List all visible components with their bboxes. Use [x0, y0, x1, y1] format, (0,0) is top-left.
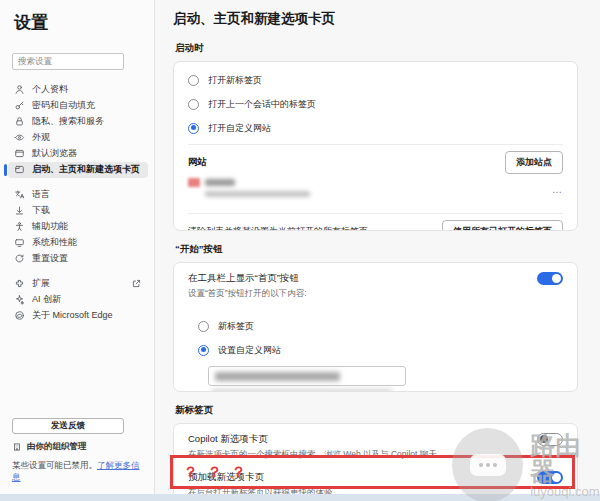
settings-sidebar: 设置 个人资料 密码和自动填充 隐私、搜索和服务 外观 — [0, 0, 155, 494]
site-list-item[interactable]: … — [188, 175, 563, 209]
sidebar-item-about-edge[interactable]: 关于 Microsoft Edge — [8, 308, 148, 324]
page-title: 设置 — [0, 0, 154, 34]
radio-home-new-tab[interactable]: 新标签页 — [198, 314, 563, 338]
system-icon — [14, 237, 25, 248]
disabled-note: 某些设置可能已禁用。了解更多信息 — [12, 460, 145, 484]
sidebar-item-privacy[interactable]: 隐私、搜索和服务 — [8, 114, 148, 130]
appearance-eye-icon — [14, 132, 25, 143]
sites-label: 网站 — [188, 156, 207, 169]
browser-icon — [14, 148, 25, 159]
radio-open-previous-session[interactable]: 打开上一个会话中的标签页 — [188, 92, 563, 116]
sidebar-item-label: 隐私、搜索和服务 — [32, 115, 104, 128]
sidebar-item-appearance[interactable]: 外观 — [8, 130, 148, 146]
site-favicon-redacted — [188, 178, 200, 187]
sidebar-item-system-performance[interactable]: 系统和性能 — [8, 235, 148, 251]
radio-icon-selected[interactable] — [198, 345, 209, 356]
ai-sparkle-icon — [14, 294, 25, 305]
show-home-button-label: 在工具栏上显示“首页”按钮 — [188, 272, 299, 285]
key-icon — [14, 100, 25, 111]
sidebar-item-label: 扩展 — [32, 277, 50, 290]
search-input[interactable] — [12, 53, 124, 70]
redaction-smudge — [212, 389, 392, 392]
sidebar-item-label: 关于 Microsoft Edge — [32, 309, 113, 322]
section-startup-label: 启动时 — [175, 42, 600, 55]
sidebar-item-label: 密码和自动填充 — [32, 99, 95, 112]
sidebar-item-default-browser[interactable]: 默认浏览器 — [8, 146, 148, 162]
startup-tab-icon — [14, 164, 25, 175]
copilot-newtab-label: Copilot 新选项卡页 — [188, 433, 268, 446]
external-link-icon — [131, 278, 142, 289]
reset-icon — [14, 253, 25, 264]
edge-settings-window: 设置 个人资料 密码和自动填充 隐私、搜索和服务 外观 — [0, 0, 600, 501]
sidebar-item-label: 外观 — [32, 131, 50, 144]
sidebar-item-label: 语言 — [32, 188, 50, 201]
use-open-tabs-button[interactable]: 使用所有已打开的标签页 — [442, 220, 563, 231]
site-name-redacted — [205, 179, 235, 186]
edge-logo-icon — [14, 310, 25, 321]
person-icon — [14, 84, 25, 95]
sidebar-item-label: 默认浏览器 — [32, 147, 77, 160]
extensions-icon — [14, 278, 25, 289]
content-title: 启动、主页和新建选项卡页 — [173, 10, 600, 28]
managed-by-org: 由你的组织管理 — [12, 441, 145, 453]
site-more-options-button[interactable]: … — [552, 178, 563, 195]
site-url-redacted — [205, 191, 310, 197]
sidebar-footer: 发送反馈 由你的组织管理 某些设置可能已禁用。了解更多信息 — [0, 418, 155, 484]
radio-label: 新标签页 — [218, 320, 254, 333]
sidebar-item-downloads[interactable]: 下载 — [8, 203, 148, 219]
copilot-newtab-toggle[interactable] — [537, 433, 563, 446]
red-annotation-box: ？？？ — [170, 455, 575, 489]
radio-label: 打开新标签页 — [208, 74, 262, 87]
radio-label: 打开自定义网站 — [208, 122, 271, 135]
sidebar-item-profile[interactable]: 个人资料 — [8, 82, 148, 98]
radio-open-custom-pages[interactable]: 打开自定义网站 — [188, 116, 563, 140]
sidebar-item-label: 启动、主页和新建选项卡页 — [32, 163, 140, 176]
startup-card: 打开新标签页 打开上一个会话中的标签页 打开自定义网站 网站 添加站点 — [173, 61, 578, 231]
radio-icon[interactable] — [198, 321, 209, 332]
custom-url-redacted — [215, 372, 340, 381]
organization-icon — [12, 442, 22, 452]
sidebar-item-passwords[interactable]: 密码和自动填充 — [8, 98, 148, 114]
sidebar-item-label: 下载 — [32, 204, 50, 217]
sidebar-item-label: 辅助功能 — [32, 220, 68, 233]
accessibility-icon — [14, 221, 25, 232]
radio-label: 设置自定义网站 — [218, 344, 281, 357]
section-home-button-label: “开始”按钮 — [175, 243, 600, 256]
settings-content: 启动、主页和新建选项卡页 启动时 打开新标签页 打开上一个会话中的标签页 打开自… — [156, 0, 600, 494]
radio-icon[interactable] — [188, 99, 199, 110]
divider — [188, 144, 563, 145]
radio-icon[interactable] — [188, 75, 199, 86]
sidebar-item-ai-innovation[interactable]: AI 创新 — [8, 292, 148, 308]
disabled-note-text: 某些设置可能已禁用。 — [12, 460, 97, 470]
custom-url-input[interactable] — [208, 366, 406, 386]
sidebar-item-label: 重置设置 — [32, 252, 68, 265]
sidebar-item-extensions[interactable]: 扩展 — [8, 276, 148, 292]
radio-label: 打开上一个会话中的标签页 — [208, 98, 316, 111]
bottom-strip — [0, 494, 600, 501]
add-site-button[interactable]: 添加站点 — [505, 151, 563, 174]
radio-home-custom-url[interactable]: 设置自定义网站 — [198, 338, 563, 362]
sidebar-item-accessibility[interactable]: 辅助功能 — [8, 219, 148, 235]
home-button-subtext: 设置“首页”按钮打开的以下内容: — [188, 288, 563, 300]
language-icon — [14, 189, 25, 200]
download-icon — [14, 205, 25, 216]
sidebar-item-reset-settings[interactable]: 重置设置 — [8, 251, 148, 267]
show-home-button-toggle[interactable] — [537, 272, 563, 285]
send-feedback-button[interactable]: 发送反馈 — [12, 418, 124, 434]
sidebar-item-languages[interactable]: 语言 — [8, 187, 148, 203]
sidebar-nav: 个人资料 密码和自动填充 隐私、搜索和服务 外观 默认浏览器 启动、主页 — [0, 80, 154, 324]
managed-label: 由你的组织管理 — [27, 441, 87, 453]
privacy-lock-icon — [14, 116, 25, 127]
sidebar-item-startup-home-newtab[interactable]: 启动、主页和新建选项卡页 — [8, 162, 148, 178]
selected-accent-bar — [4, 164, 7, 176]
home-button-card: 在工具栏上显示“首页”按钮 设置“首页”按钮打开的以下内容: 新标签页 设置自定… — [173, 262, 578, 392]
divider — [188, 213, 563, 214]
radio-icon-selected[interactable] — [188, 123, 199, 134]
sidebar-item-label: 系统和性能 — [32, 236, 77, 249]
clear-list-text: 清除列表并将其设置为当前打开的所有标签页 — [188, 225, 368, 231]
sidebar-item-label: AI 创新 — [32, 293, 61, 306]
annotation-question-marks: ？？？ — [173, 463, 255, 482]
radio-open-new-tab[interactable]: 打开新标签页 — [188, 68, 563, 92]
section-newtab-label: 新标签页 — [175, 404, 600, 417]
sidebar-item-label: 个人资料 — [32, 83, 68, 96]
